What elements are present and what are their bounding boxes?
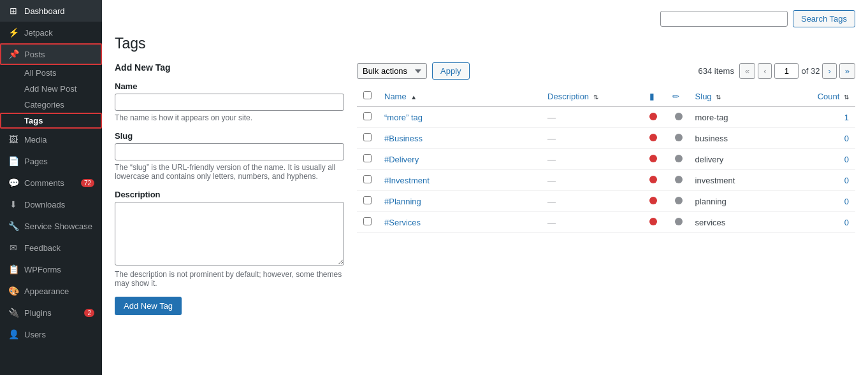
gray-dot <box>675 113 683 120</box>
pagination-first-button[interactable]: « <box>739 63 755 79</box>
sidebar-item-jetpack[interactable]: ⚡ Jetpack <box>0 22 102 43</box>
sidebar-item-label: Jetpack <box>24 28 53 38</box>
tag-slug: planning <box>689 191 811 212</box>
sidebar-item-all-posts[interactable]: All Posts <box>0 65 102 81</box>
description-help: The description is not prominent by defa… <box>115 270 344 288</box>
sidebar-item-media[interactable]: 🖼 Media <box>0 129 102 150</box>
tag-visibility-dot <box>643 191 666 212</box>
tag-name-link[interactable]: #Services <box>384 218 421 227</box>
slug-input[interactable] <box>115 143 344 160</box>
tag-description: — <box>541 191 643 212</box>
col-header-description: Description ⇅ <box>541 86 643 107</box>
add-tag-heading: Add New Tag <box>115 62 344 73</box>
users-icon: 👤 <box>8 329 19 340</box>
tag-name-link[interactable]: #Delivery <box>384 155 419 164</box>
sidebar-item-dashboard[interactable]: ⊞ Dashboard <box>0 0 102 22</box>
sidebar-item-pages[interactable]: 📄 Pages <box>0 150 102 172</box>
sidebar-item-wpforms[interactable]: 📋 WPForms <box>0 258 102 280</box>
col-header-count[interactable]: Count ⇅ <box>811 86 855 107</box>
col-header-slug[interactable]: Slug ⇅ <box>689 86 811 107</box>
description-field-group: Description The description is not promi… <box>115 190 344 288</box>
row-checkbox[interactable] <box>363 154 372 162</box>
sidebar-item-add-new-post[interactable]: Add New Post <box>0 81 102 97</box>
bulk-bar: Bulk actions Apply 634 items « ‹ 1 of 32… <box>357 62 855 80</box>
sidebar: ⊞ Dashboard ⚡ Jetpack 📌 Posts All Posts … <box>0 0 102 375</box>
tag-visibility-dot <box>643 149 666 170</box>
tag-slug: investment <box>689 170 811 191</box>
sidebar-item-categories[interactable]: Categories <box>0 97 102 113</box>
tag-description: — <box>541 149 643 170</box>
row-checkbox[interactable] <box>363 217 372 225</box>
tag-count-link[interactable]: 0 <box>844 176 849 185</box>
visibility-icon: ▮ <box>649 91 655 101</box>
sidebar-item-label: Dashboard <box>24 6 65 16</box>
name-field-group: Name The name is how it appears on your … <box>115 81 344 122</box>
tag-description: — <box>541 128 643 149</box>
tag-description: — <box>541 212 643 233</box>
name-sort-arrow: ▲ <box>410 94 417 101</box>
tag-slug: delivery <box>689 149 811 170</box>
red-dot <box>649 197 657 204</box>
apply-button[interactable]: Apply <box>432 62 470 80</box>
tag-name-link[interactable]: #Investment <box>384 176 430 185</box>
pagination-last-button[interactable]: » <box>839 63 855 79</box>
sidebar-item-label: Downloads <box>24 200 65 209</box>
gray-dot <box>675 155 683 162</box>
sidebar-item-label: Posts <box>24 50 45 59</box>
row-checkbox[interactable] <box>363 175 372 183</box>
row-checkbox[interactable] <box>363 133 372 141</box>
tag-name-link[interactable]: #Business <box>384 134 423 143</box>
description-textarea[interactable] <box>115 202 344 265</box>
downloads-icon: ⬇ <box>8 199 19 210</box>
tag-count-link[interactable]: 0 <box>844 134 849 143</box>
tag-name-link[interactable]: “more” tag <box>384 113 423 122</box>
col-header-edit: ✏ <box>666 86 689 107</box>
table-row: #Planning — planning 0 <box>357 191 855 212</box>
pages-icon: 📄 <box>8 155 19 167</box>
name-input[interactable] <box>115 94 344 111</box>
sidebar-item-downloads[interactable]: ⬇ Downloads <box>0 194 102 215</box>
name-help: The name is how it appears on your site. <box>115 113 344 122</box>
tag-edit-dot <box>666 128 689 149</box>
search-tags-button[interactable]: Search Tags <box>793 10 855 27</box>
sidebar-item-service-showcase[interactable]: 🔧 Service Showcase <box>0 215 102 237</box>
tag-count-link[interactable]: 0 <box>844 155 849 164</box>
tag-edit-dot <box>666 170 689 191</box>
content-area: Search Tags Tags Add New Tag Name The na… <box>102 0 868 375</box>
gray-dot <box>675 197 683 204</box>
feedback-icon: ✉ <box>8 242 19 253</box>
main-layout: Add New Tag Name The name is how it appe… <box>115 62 855 365</box>
slug-sort-arrow: ⇅ <box>716 94 721 101</box>
sidebar-item-label: Feedback <box>24 243 61 253</box>
comments-badge: 72 <box>81 179 94 187</box>
row-checkbox[interactable] <box>363 196 372 204</box>
tag-count-link[interactable]: 1 <box>844 113 849 122</box>
search-tags-input[interactable] <box>660 11 788 27</box>
sidebar-item-posts[interactable]: 📌 Posts <box>0 43 102 65</box>
tag-edit-dot <box>666 212 689 233</box>
sidebar-item-tags[interactable]: Tags <box>0 113 102 129</box>
col-header-name[interactable]: Name ▲ <box>378 86 541 107</box>
bulk-actions-select[interactable]: Bulk actions <box>357 63 427 79</box>
page-input[interactable]: 1 <box>774 63 799 79</box>
pagination-next-button[interactable]: › <box>822 63 836 79</box>
pagination-prev-button[interactable]: ‹ <box>758 63 772 79</box>
tag-visibility-dot <box>643 212 666 233</box>
tag-count-link[interactable]: 0 <box>844 197 849 206</box>
tags-table-body: “more” tag — more-tag 1 #Business — busi… <box>357 107 855 233</box>
sidebar-item-label: Plugins <box>24 308 52 318</box>
sidebar-item-users[interactable]: 👤 Users <box>0 323 102 345</box>
sidebar-item-plugins[interactable]: 🔌 Plugins 2 <box>0 302 102 323</box>
row-checkbox[interactable] <box>363 112 372 120</box>
sidebar-item-appearance[interactable]: 🎨 Appearance <box>0 280 102 302</box>
plugins-badge: 2 <box>84 309 94 317</box>
select-all-checkbox[interactable] <box>363 91 372 99</box>
sidebar-item-feedback[interactable]: ✉ Feedback <box>0 237 102 258</box>
jetpack-icon: ⚡ <box>8 27 19 38</box>
tag-name-link[interactable]: #Planning <box>384 197 421 206</box>
tag-edit-dot <box>666 149 689 170</box>
tag-count-link[interactable]: 0 <box>844 218 849 227</box>
name-label: Name <box>115 81 344 91</box>
add-new-tag-button[interactable]: Add New Tag <box>115 297 182 315</box>
sidebar-item-comments[interactable]: 💬 Comments 72 <box>0 172 102 194</box>
